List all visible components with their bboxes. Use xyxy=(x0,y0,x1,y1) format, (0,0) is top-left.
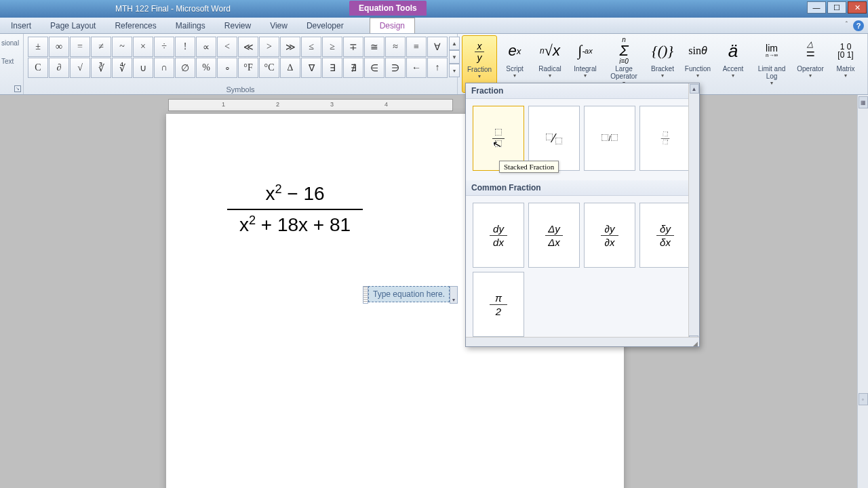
symbol-button[interactable]: ≤ xyxy=(301,37,321,57)
ruler-toggle-icon[interactable]: ▦ xyxy=(859,96,868,108)
symbol-button[interactable]: ∂ xyxy=(49,58,69,78)
fraction-line xyxy=(227,209,363,210)
symbol-button[interactable]: ∋ xyxy=(385,58,406,78)
symbol-button[interactable]: ≥ xyxy=(322,37,342,57)
structure-label: Operator xyxy=(797,65,823,73)
symbol-button[interactable]: ∈ xyxy=(364,58,384,78)
symbol-button[interactable]: ← xyxy=(406,58,427,78)
symbol-button[interactable]: ÷ xyxy=(154,37,174,57)
gallery-category-fraction: Fraction xyxy=(466,83,699,99)
tab-mailings[interactable]: Mailings xyxy=(166,18,215,33)
symbol-button[interactable]: ! xyxy=(175,37,195,57)
symbol-button[interactable]: = xyxy=(70,37,90,57)
contextual-tab-label: Equation Tools xyxy=(349,1,427,16)
dropdown-caret-icon: ▾ xyxy=(661,73,664,79)
gallery-item-linear-fraction[interactable]: / xyxy=(584,106,635,171)
symbol-button[interactable]: ∇ xyxy=(301,58,321,78)
symbol-button[interactable]: ∄ xyxy=(343,58,363,78)
window-title: MTH 122 Final - Microsoft Word xyxy=(115,4,231,14)
structure-label: Script xyxy=(506,65,524,73)
dropdown-caret-icon: ▾ xyxy=(478,73,481,79)
symbol-button[interactable]: ± xyxy=(28,37,48,57)
symbol-button[interactable]: ∩ xyxy=(154,58,174,78)
right-side-pane: ▦ ◦ xyxy=(857,95,868,488)
symbol-button[interactable]: ∆ xyxy=(280,58,300,78)
symbol-button[interactable]: % xyxy=(196,58,216,78)
symbol-button[interactable]: ↑ xyxy=(427,58,448,78)
tab-insert[interactable]: Insert xyxy=(1,18,41,33)
tab-references[interactable]: References xyxy=(105,18,165,33)
symbol-button[interactable]: ∅ xyxy=(175,58,195,78)
gallery-item-small-fraction[interactable] xyxy=(639,106,691,171)
symbol-button[interactable]: ∛ xyxy=(91,58,111,78)
dropdown-caret-icon: ▾ xyxy=(584,73,587,79)
symbol-button[interactable]: < xyxy=(217,37,237,57)
symbol-button[interactable]: ∀ xyxy=(427,37,448,57)
symbol-button[interactable]: °F xyxy=(238,58,258,78)
symbol-button[interactable]: ≪ xyxy=(238,37,258,57)
equation-placeholder-container[interactable]: Type equation here. ▾ xyxy=(363,286,458,304)
structure-label: Limit and Log xyxy=(751,65,792,80)
dropdown-caret-icon: ▾ xyxy=(696,73,699,79)
horizontal-ruler[interactable]: 1 2 3 4 xyxy=(168,99,453,111)
gallery-scrollbar[interactable]: ▲ ▼ xyxy=(688,83,699,346)
tab-view[interactable]: View xyxy=(260,18,297,33)
structure-matrix[interactable]: [1 00 1]Matrix▾ xyxy=(828,35,863,93)
symbol-button[interactable]: ∃ xyxy=(322,58,342,78)
gallery-item-common-fraction[interactable]: π2 xyxy=(473,272,524,337)
structure-operator[interactable]: △=Operator▾ xyxy=(793,35,828,93)
symbol-button[interactable]: ∝ xyxy=(196,37,216,57)
symbol-button[interactable]: ≠ xyxy=(91,37,111,57)
equation-fraction[interactable]: x2 − 16 x2 + 18x + 81 xyxy=(227,182,363,237)
gallery-resize-grip[interactable] xyxy=(466,337,699,346)
symbol-button[interactable]: ∜ xyxy=(112,58,132,78)
symbol-button[interactable]: ≈ xyxy=(385,37,406,57)
structure-limit-and-log[interactable]: limn→∞Limit and Log▾ xyxy=(751,35,793,93)
gallery-item-common-fraction[interactable]: ∂y∂x xyxy=(584,203,635,268)
equation-grip-icon[interactable] xyxy=(363,286,368,304)
minimize-ribbon-icon[interactable]: ˆ xyxy=(846,21,848,28)
symbol-button[interactable]: > xyxy=(259,37,279,57)
symbol-button[interactable]: √ xyxy=(70,58,90,78)
structure-label: Bracket xyxy=(651,65,674,73)
gallery-item-common-fraction[interactable]: δyδx xyxy=(639,203,691,268)
symbol-button[interactable]: ∘ xyxy=(217,58,237,78)
maximize-button[interactable]: ☐ xyxy=(827,1,846,14)
tools-label-1: sional xyxy=(0,34,23,48)
equation-placeholder[interactable]: Type equation here. xyxy=(368,286,450,302)
structure-label: Function xyxy=(685,65,711,73)
help-icon[interactable]: ? xyxy=(853,20,864,31)
structure-accent[interactable]: äAccent▾ xyxy=(715,35,751,93)
dropdown-caret-icon: ▾ xyxy=(513,73,516,79)
tools-label-2: Text xyxy=(0,48,23,66)
document-area: 1 2 3 4 Name Date: x2 − 16 x2 + 18x + 81… xyxy=(0,95,868,488)
tools-launcher-icon[interactable]: ↘ xyxy=(14,85,21,92)
titlebar: MTH 122 Final - Microsoft Word Equation … xyxy=(0,0,868,18)
symbol-button[interactable]: C xyxy=(28,58,48,78)
symbol-button[interactable]: ≡ xyxy=(406,37,427,57)
close-button[interactable]: ✕ xyxy=(848,1,867,14)
dropdown-caret-icon: ▾ xyxy=(770,80,773,86)
tab-review[interactable]: Review xyxy=(215,18,260,33)
gallery-item-common-fraction[interactable]: dydx xyxy=(473,203,524,268)
symbol-button[interactable]: ≅ xyxy=(364,37,384,57)
structure-label: Fraction xyxy=(467,66,492,73)
gallery-scroll-up-icon[interactable]: ▲ xyxy=(690,84,699,94)
symbol-button[interactable]: °C xyxy=(259,58,279,78)
equation-options-dropdown[interactable]: ▾ xyxy=(450,286,458,304)
minimize-button[interactable]: — xyxy=(807,1,826,14)
ribbon-tabs: Insert Page Layout References Mailings R… xyxy=(0,18,868,34)
gallery-item-common-fraction[interactable]: ΔyΔx xyxy=(528,203,580,268)
symbol-button[interactable]: ∓ xyxy=(343,37,363,57)
tab-design[interactable]: Design xyxy=(370,18,415,33)
symbol-button[interactable]: ∪ xyxy=(133,58,153,78)
symbol-button[interactable]: ≫ xyxy=(280,37,300,57)
symbol-button[interactable]: × xyxy=(133,37,153,57)
symbol-button[interactable]: ∞ xyxy=(49,37,69,57)
structure-label: Accent xyxy=(723,65,744,73)
tab-developer[interactable]: Developer xyxy=(297,18,353,33)
ruler-tick: 2 xyxy=(276,101,279,108)
tab-page-layout[interactable]: Page Layout xyxy=(41,18,105,33)
symbol-button[interactable]: ~ xyxy=(112,37,132,57)
page-nav-icon[interactable]: ◦ xyxy=(859,393,868,405)
